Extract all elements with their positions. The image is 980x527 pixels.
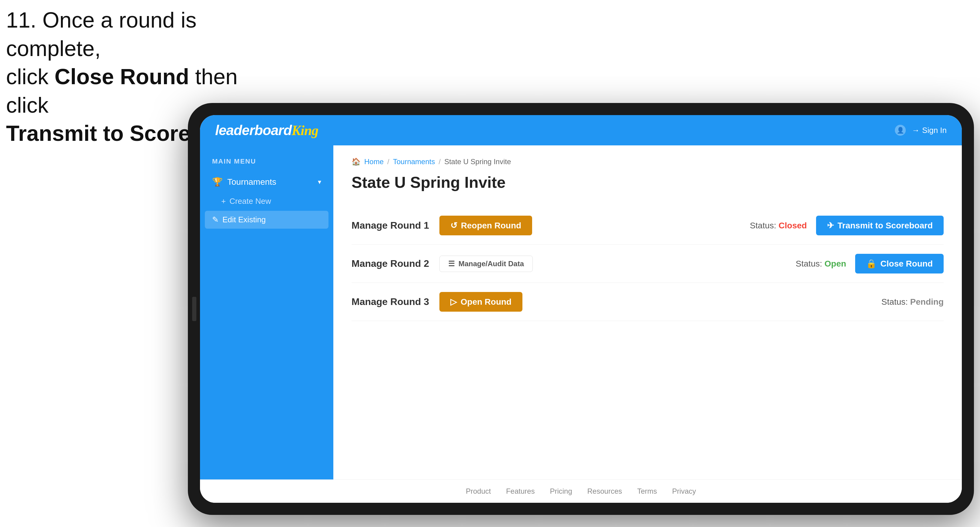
manage-icon: ☰ <box>448 260 455 268</box>
round-2-title: Manage Round 2 <box>352 258 430 269</box>
logo-leaderboard: leaderboard <box>215 122 291 138</box>
round-3-right: Status: Pending <box>881 297 943 307</box>
footer-resources[interactable]: Resources <box>587 487 622 495</box>
edit-icon: ✎ <box>212 215 219 224</box>
round-1-left: Manage Round 1 ↺ Reopen Round <box>352 216 532 235</box>
round-1-status: Status: Closed <box>750 221 807 230</box>
page-title: State U Spring Invite <box>352 173 943 191</box>
open-round-button[interactable]: ▷ Open Round <box>439 292 522 312</box>
round-1-section: Manage Round 1 ↺ Reopen Round Status: Cl… <box>352 206 943 245</box>
reopen-round-1-label: Reopen Round <box>461 221 521 230</box>
round-3-title: Manage Round 3 <box>352 296 430 307</box>
tablet-side-button <box>192 297 196 321</box>
signin-arrow-icon: → <box>912 126 920 135</box>
round-2-section: Manage Round 2 ☰ Manage/Audit Data Statu… <box>352 245 943 283</box>
header-right: 👤 → Sign In <box>895 125 947 136</box>
breadcrumb-home-icon: 🏠 <box>352 157 361 166</box>
top-header: leaderboardKing 👤 → Sign In <box>200 115 962 145</box>
lock-icon: 🔒 <box>866 259 877 269</box>
chevron-down-icon: ▾ <box>318 178 321 186</box>
round-1-right: Status: Closed ✈ Transmit to Scoreboard <box>750 216 943 235</box>
round-2-right: Status: Open 🔒 Close Round <box>796 254 943 273</box>
main-content: 🏠 Home / Tournaments / State U Spring In… <box>333 145 962 479</box>
footer-features[interactable]: Features <box>506 487 535 495</box>
round-2-status: Status: Open <box>796 259 846 269</box>
reopen-icon: ↺ <box>450 221 457 230</box>
close-round-button[interactable]: 🔒 Close Round <box>855 254 943 273</box>
instruction-bold1: Close Round <box>54 65 189 89</box>
open-icon: ▷ <box>450 297 457 307</box>
round-2-left: Manage Round 2 ☰ Manage/Audit Data <box>352 256 533 272</box>
tablet-device: leaderboardKing 👤 → Sign In MAIN MENU <box>188 103 974 515</box>
breadcrumb-sep2: / <box>439 157 441 166</box>
round-3-status: Status: Pending <box>881 297 943 307</box>
round-3-section: Manage Round 3 ▷ Open Round Status: Pend… <box>352 283 943 321</box>
transmit-icon: ✈ <box>827 221 834 230</box>
transmit-scoreboard-button[interactable]: ✈ Transmit to Scoreboard <box>816 216 943 235</box>
manage-audit-button[interactable]: ☰ Manage/Audit Data <box>439 256 533 272</box>
footer-product[interactable]: Product <box>466 487 491 495</box>
sidebar-item-tournaments-left: 🏆 Tournaments <box>212 177 276 187</box>
main-layout: MAIN MENU 🏆 Tournaments ▾ + Create New <box>200 145 962 479</box>
user-avatar-icon: 👤 <box>895 125 906 136</box>
tablet-screen: leaderboardKing 👤 → Sign In MAIN MENU <box>200 115 962 503</box>
content-spacer <box>352 321 943 382</box>
sidebar-item-tournaments[interactable]: 🏆 Tournaments ▾ <box>200 171 333 192</box>
close-round-label: Close Round <box>880 259 933 269</box>
breadcrumb-tournaments-link[interactable]: Tournaments <box>393 157 435 166</box>
round-2-status-value: Open <box>824 259 846 268</box>
sign-in-label: Sign In <box>922 126 947 135</box>
footer-terms[interactable]: Terms <box>637 487 657 495</box>
breadcrumb: 🏠 Home / Tournaments / State U Spring In… <box>352 157 943 166</box>
sidebar-edit-existing[interactable]: ✎ Edit Existing <box>205 211 328 229</box>
sidebar-create-new[interactable]: + Create New <box>200 192 333 210</box>
footer-pricing[interactable]: Pricing <box>550 487 572 495</box>
instruction-line1: 11. Once a round is complete, <box>6 8 196 60</box>
logo-king: King <box>291 123 318 138</box>
tournaments-label: Tournaments <box>227 177 276 187</box>
sidebar: MAIN MENU 🏆 Tournaments ▾ + Create New <box>200 145 333 479</box>
round-3-left: Manage Round 3 ▷ Open Round <box>352 292 522 312</box>
open-round-label: Open Round <box>461 297 512 307</box>
manage-audit-label: Manage/Audit Data <box>458 260 524 268</box>
breadcrumb-current: State U Spring Invite <box>444 157 511 166</box>
logo-text: leaderboardKing <box>215 122 318 138</box>
app-container: leaderboardKing 👤 → Sign In MAIN MENU <box>200 115 962 503</box>
breadcrumb-sep1: / <box>387 157 390 166</box>
sign-in-button[interactable]: → Sign In <box>912 126 947 135</box>
logo-area: leaderboardKing <box>215 122 318 138</box>
transmit-scoreboard-label: Transmit to Scoreboard <box>838 221 933 230</box>
footer-privacy[interactable]: Privacy <box>672 487 696 495</box>
round-3-status-value: Pending <box>910 297 943 306</box>
breadcrumb-home-link[interactable]: Home <box>364 157 383 166</box>
main-menu-label: MAIN MENU <box>200 154 333 171</box>
edit-existing-label: Edit Existing <box>223 215 266 224</box>
create-new-label: Create New <box>229 197 271 206</box>
plus-icon: + <box>221 197 226 206</box>
footer: Product Features Pricing Resources Terms… <box>200 479 962 503</box>
round-1-title: Manage Round 1 <box>352 220 430 231</box>
reopen-round-1-button[interactable]: ↺ Reopen Round <box>439 216 532 235</box>
instruction-line2: click <box>6 65 54 89</box>
round-1-status-value: Closed <box>778 221 807 230</box>
trophy-icon: 🏆 <box>212 177 223 187</box>
